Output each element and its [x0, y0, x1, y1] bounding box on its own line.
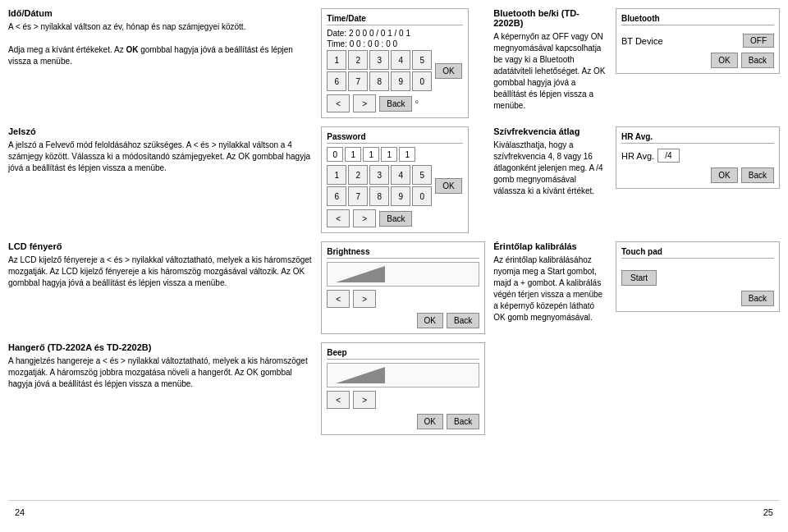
jelzo-section-body: A jelszó a Felvevő mód feloldásához szük…	[8, 140, 313, 174]
datetime-panel: Time/Date Date: 2 0 0 0 / 0 1 / 0 1 Time…	[321, 8, 469, 118]
bluetooth-back-button[interactable]: Back	[741, 53, 774, 68]
hr-avg-value: /4	[657, 149, 679, 163]
page-number-left: 24	[8, 504, 31, 521]
pass-numpad-1[interactable]: 1	[327, 165, 346, 185]
pass-numpad-8[interactable]: 8	[369, 186, 389, 206]
touchpad-start-area: Start	[621, 265, 774, 286]
datetime-panel-title: Time/Date	[327, 14, 463, 25]
brightness-nav-less[interactable]: <	[327, 290, 350, 308]
datetime-section-title: Idő/Dátum	[8, 8, 313, 18]
pass-numpad-9[interactable]: 9	[391, 186, 410, 206]
password-dots: 0 1 1 1 1	[327, 147, 463, 162]
pass-nav-less[interactable]: <	[327, 209, 350, 227]
touchpad-back-button[interactable]: Back	[741, 291, 774, 306]
datetime-time-row: Time: 0 0 : 0 0 : 0 0	[327, 39, 463, 48]
datetime-ok-button[interactable]: OK	[435, 63, 461, 79]
beep-nav-less[interactable]: <	[327, 391, 350, 409]
lcd-section-title: LCD fényerő	[8, 241, 313, 251]
password-panel: Password 0 1 1 1 1 1 2	[321, 126, 469, 233]
numpad-0[interactable]: 0	[412, 71, 432, 91]
pass-nav-row: < > Back	[327, 209, 463, 227]
beep-nav-row: < >	[327, 391, 479, 409]
pass-numpad-3[interactable]: 3	[369, 165, 389, 185]
dot-0[interactable]: 0	[327, 147, 343, 162]
pass-ok-side: OK	[435, 165, 461, 206]
bluetooth-panel: Bluetooth BT Device OFF OK Back	[616, 8, 780, 74]
pass-numpad-area: 1 2 3 4 5 6 7 8 9 0	[327, 165, 463, 206]
numpad-area: 1 2 3 4 5 6 7 8 9 0	[327, 50, 463, 91]
touchpad-panel-title: Touch pad	[621, 247, 774, 259]
beep-ok-button[interactable]: OK	[417, 414, 443, 429]
jelzo-section-title: Jelszó	[8, 126, 313, 136]
lcd-section-body: Az LCD kijelző fényereje a < és > nyilak…	[8, 255, 313, 289]
numpad-8[interactable]: 8	[369, 71, 389, 91]
brightness-slider-area	[327, 262, 479, 287]
numpad-9[interactable]: 9	[391, 71, 410, 91]
dot-3[interactable]: 1	[381, 147, 397, 162]
numpad-5[interactable]: 5	[412, 50, 432, 70]
bluetooth-section-title: Bluetooth be/ki (TD-2202B)	[493, 8, 607, 28]
brightness-nav-more[interactable]: >	[353, 290, 376, 308]
pass-back-button[interactable]: Back	[379, 211, 412, 227]
bt-off-button[interactable]: OFF	[743, 34, 774, 48]
datetime-nav-more[interactable]: >	[353, 94, 376, 112]
touchpad-back-row: Back	[621, 291, 774, 306]
datetime-nav-less[interactable]: <	[327, 94, 350, 112]
numpad-2[interactable]: 2	[348, 50, 368, 70]
time-label: Time:	[327, 39, 347, 48]
hr-section-body: Kiválaszthatja, hogy a szívfrekvencia 4,…	[493, 140, 607, 197]
hr-avg-row: HR Avg. /4	[621, 149, 774, 163]
date-value: 2 0 0 0 / 0 1 / 0 1	[349, 29, 410, 38]
beep-back-button[interactable]: Back	[447, 414, 479, 429]
hr-avg-label: HR Avg.	[621, 151, 654, 161]
touchpad-start-button[interactable]: Start	[621, 270, 657, 286]
pass-numpad-4[interactable]: 4	[391, 165, 410, 185]
numpad-1[interactable]: 1	[327, 50, 346, 70]
hangero-section-body: A hangjelzés hangereje a < és > nyilakka…	[8, 355, 313, 390]
hr-ok-button[interactable]: OK	[711, 167, 737, 183]
ok-side: OK	[435, 50, 461, 91]
hr-ok-back: OK Back	[621, 167, 774, 183]
hr-panel-title: HR Avg.	[621, 132, 774, 144]
touchpad-section-body: Az érintőlap kalibrálásához nyomja meg a…	[493, 255, 607, 323]
beep-slider-indicator	[336, 367, 385, 383]
bluetooth-panel-title: Bluetooth	[621, 14, 774, 25]
time-value: 0 0 : 0 0 : 0 0	[350, 39, 397, 48]
pass-ok-button[interactable]: OK	[435, 178, 461, 194]
touchpad-section-title: Érintőlap kalibrálás	[493, 241, 607, 251]
beep-nav-more[interactable]: >	[353, 391, 376, 409]
beep-ok-back: OK Back	[327, 414, 479, 429]
pass-numpad-0[interactable]: 0	[412, 186, 432, 206]
pass-numpad-5[interactable]: 5	[412, 165, 432, 185]
dot-2[interactable]: 1	[363, 147, 379, 162]
pass-numpad-7[interactable]: 7	[348, 186, 368, 206]
brightness-ok-back: OK Back	[327, 313, 479, 328]
brightness-ok-button[interactable]: OK	[417, 313, 443, 328]
beep-slider-area	[327, 363, 479, 388]
bluetooth-ok-back: OK Back	[621, 53, 774, 68]
brightness-nav-row: < >	[327, 290, 479, 308]
bluetooth-ok-button[interactable]: OK	[711, 53, 737, 68]
bluetooth-section-body: A képernyőn az OFF vagy ON megnyomásával…	[493, 31, 607, 112]
hangero-section-title: Hangerő (TD-2202A és TD-2202B)	[8, 342, 313, 352]
hr-back-button[interactable]: Back	[741, 167, 774, 183]
datetime-back-button[interactable]: Back	[379, 96, 412, 112]
numpad-4[interactable]: 4	[391, 50, 410, 70]
dot-4[interactable]: 1	[399, 147, 415, 162]
numpad-3[interactable]: 3	[369, 50, 389, 70]
brightness-back-button[interactable]: Back	[447, 313, 479, 328]
pass-nav-more[interactable]: >	[353, 209, 376, 227]
datetime-section-body: A < és > nyilakkal váltson az év, hónap …	[8, 21, 313, 67]
brightness-panel-title: Brightness	[327, 247, 479, 259]
dot-1[interactable]: 1	[345, 147, 361, 162]
page-number-right: 25	[757, 504, 780, 521]
pass-numpad-6[interactable]: 6	[327, 186, 346, 206]
brightness-panel: Brightness < > OK Back	[321, 241, 485, 334]
beep-panel-title: Beep	[327, 348, 479, 360]
numpad-7[interactable]: 7	[348, 71, 368, 91]
datetime-date-row: Date: 2 0 0 0 / 0 1 / 0 1	[327, 29, 463, 38]
numpad-6[interactable]: 6	[327, 71, 346, 91]
numpad-grid: 1 2 3 4 5 6 7 8 9 0	[327, 50, 432, 91]
pass-numpad-2[interactable]: 2	[348, 165, 368, 185]
datetime-footnote: ⁰	[415, 99, 419, 108]
